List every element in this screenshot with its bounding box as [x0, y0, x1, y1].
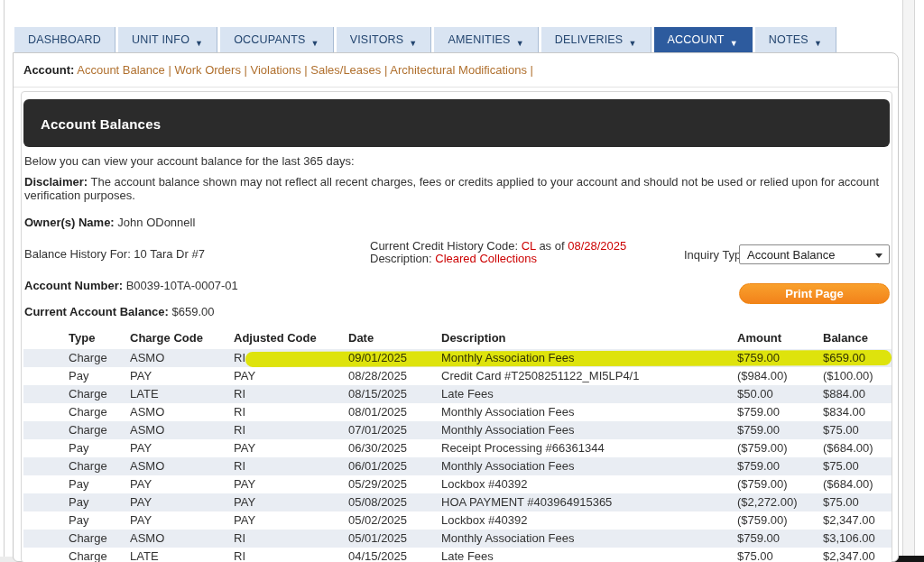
table-cell-balance: ($684.00)	[823, 475, 892, 493]
table-cell-type: Charge	[23, 457, 130, 475]
tab-deliveries[interactable]: DELIVERIES ▼	[541, 27, 651, 52]
table-cell-amount: $75.00	[737, 548, 823, 562]
table-row: Charge ASMO RI 07/01/2025 Monthly Associ…	[23, 421, 892, 439]
account-number: Account Number: B0039-10TA-0007-01	[24, 279, 238, 292]
table-cell-date: 08/01/2025	[348, 403, 441, 421]
table-cell-balance: Balance	[823, 327, 892, 349]
credit-code: CL	[522, 239, 536, 253]
table-row: Pay PAY PAY 08/28/2025 Credit Card #T250…	[23, 367, 892, 385]
table-row-highlighted: Charge ASMO RI 09/01/2025 Monthly Associ…	[23, 349, 892, 367]
subnav-prefix: Account:	[23, 63, 74, 77]
table-cell-date: 05/01/2025	[348, 530, 441, 548]
tab-label: UNIT INFO	[132, 33, 189, 46]
inner-panel: Account Balances Below you can view your…	[21, 91, 892, 562]
tab-occupants[interactable]: OCCUPANTS ▼	[220, 27, 333, 52]
table-cell-balance: ($684.00)	[823, 439, 892, 457]
subnav-separator: |	[301, 63, 308, 77]
table-cell-adjusted-code: RI	[234, 530, 348, 548]
current-account-balance: Current Account Balance: $659.00	[24, 305, 215, 318]
window-left-border	[4, 0, 5, 562]
tab-unit-info[interactable]: UNIT INFO ▼	[118, 27, 217, 52]
table-cell-adjusted-code: PAY	[234, 493, 348, 511]
table-cell-amount: $759.00	[737, 403, 823, 421]
table-cell-type: Charge	[23, 349, 130, 367]
subnav-link-sales-leases[interactable]: Sales/Leases	[308, 63, 382, 77]
table-cell-type: Pay	[23, 511, 130, 530]
table-cell-adjusted-code: PAY	[234, 511, 348, 530]
table-cell-balance: $75.00	[823, 421, 892, 439]
table-cell-description: Lockbox #40392	[441, 511, 737, 530]
table-cell-amount: ($759.00)	[737, 511, 823, 530]
tab-label: ACCOUNT	[668, 33, 725, 46]
tab-account[interactable]: ACCOUNT ▼	[654, 27, 753, 52]
tab-visitors[interactable]: VISITORS ▼	[337, 27, 432, 52]
table-cell-adjusted-code: RI	[234, 349, 348, 367]
table-cell-adjusted-code: RI	[234, 421, 348, 439]
table-cell-charge-code: PAY	[130, 511, 234, 530]
table-cell-description: Credit Card #T2508251122_MI5LP4/1	[441, 367, 737, 385]
table-cell-description: Receipt Processing #66361344	[441, 439, 737, 457]
table-cell-amount: ($984.00)	[737, 367, 823, 385]
table-cell-adjusted-code: PAY	[234, 439, 348, 457]
tab-dashboard[interactable]: DASHBOARD	[14, 27, 116, 52]
balance-history-for: Balance History For: 10 Tara Dr #7	[24, 247, 205, 261]
tab-amenities[interactable]: AMENITIES ▼	[434, 27, 538, 52]
tab-label: OCCUPANTS	[234, 33, 305, 46]
table-cell-date: 09/01/2025	[348, 349, 441, 367]
table-cell-charge-code: LATE	[130, 548, 234, 562]
subnav-link-violations[interactable]: Violations	[247, 63, 301, 77]
table-cell-description: Monthly Association Fees	[441, 530, 737, 548]
account-subnav: Account: Account Balance | Work Orders |…	[14, 53, 898, 88]
table-cell-adjusted-code: RI	[234, 403, 348, 421]
table-cell-amount: $759.00	[737, 349, 823, 367]
chevron-down-icon: ▼	[311, 39, 319, 48]
credit-description: Cleared Collections	[435, 252, 537, 265]
vertical-scrollbar[interactable]	[902, 0, 915, 557]
table-cell-charge-code: PAY	[130, 475, 234, 493]
table-cell-description: Monthly Association Fees	[441, 457, 737, 475]
table-cell-date: 06/30/2025	[348, 439, 441, 457]
subnav-link-work-orders[interactable]: Work Orders	[171, 63, 241, 77]
table-cell-date: 08/28/2025	[348, 367, 441, 385]
table-cell-charge-code: PAY	[130, 367, 234, 385]
table-cell-description: Lockbox #40392	[441, 475, 737, 493]
intro-text: Below you can view your account balance …	[24, 154, 355, 168]
chevron-down-icon: ▼	[195, 39, 203, 48]
table-cell-type: Pay	[23, 475, 130, 493]
table-cell-charge-code: PAY	[130, 439, 234, 457]
inquiry-type-select[interactable]: Account Balance	[739, 244, 890, 264]
content-panel: Account: Account Balance | Work Orders |…	[13, 52, 899, 562]
tab-label: VISITORS	[350, 33, 404, 46]
account-subnav-links: Account Balance | Work Orders | Violatio…	[77, 63, 533, 77]
credit-as-of-date: 08/28/2025	[568, 239, 626, 253]
table-cell-charge-code: ASMO	[130, 457, 234, 475]
table-header-row: Type Charge Code Adjusted Code Date Desc…	[23, 327, 892, 349]
table-cell-amount: Amount	[737, 327, 823, 349]
tab-notes[interactable]: NOTES ▼	[755, 27, 836, 52]
subnav-link-architectural-modifications[interactable]: Architectural Modifications	[387, 63, 527, 77]
subnav-separator: |	[527, 63, 533, 77]
owner-name: Owner(s) Name: John ODonnell	[24, 216, 195, 229]
table-cell-date: 08/15/2025	[348, 385, 441, 403]
chevron-down-icon	[875, 253, 882, 258]
table-cell-date: Date	[348, 327, 441, 349]
table-cell-charge-code: ASMO	[130, 349, 234, 367]
table-cell-type: Type	[23, 327, 130, 349]
table-row: Pay PAY PAY 05/08/2025 HOA PAYMENT #4039…	[23, 493, 892, 511]
table-cell-type: Charge	[23, 403, 130, 421]
table-cell-description: Monthly Association Fees	[441, 349, 737, 367]
table-cell-type: Charge	[23, 421, 130, 439]
chevron-down-icon: ▼	[730, 39, 738, 48]
table-row: Pay PAY PAY 05/29/2025 Lockbox #40392 ($…	[23, 475, 892, 493]
table-cell-balance: $75.00	[823, 457, 892, 475]
tab-label: DELIVERIES	[555, 33, 624, 46]
table-cell-adjusted-code: RI	[234, 385, 348, 403]
table-row: Charge LATE RI 08/15/2025 Late Fees $50.…	[23, 385, 892, 403]
print-page-button[interactable]: Print Page	[739, 283, 890, 304]
table-cell-amount: $759.00	[737, 530, 823, 548]
disclaimer-text: Disclaimer: The account balance shown ma…	[24, 175, 889, 202]
table-header: Type Charge Code Adjusted Code Date Desc…	[23, 327, 892, 349]
page-title: Account Balances	[41, 116, 161, 132]
subnav-link-account-balance[interactable]: Account Balance	[77, 63, 165, 77]
table-cell-amount: ($2,272.00)	[737, 493, 823, 511]
